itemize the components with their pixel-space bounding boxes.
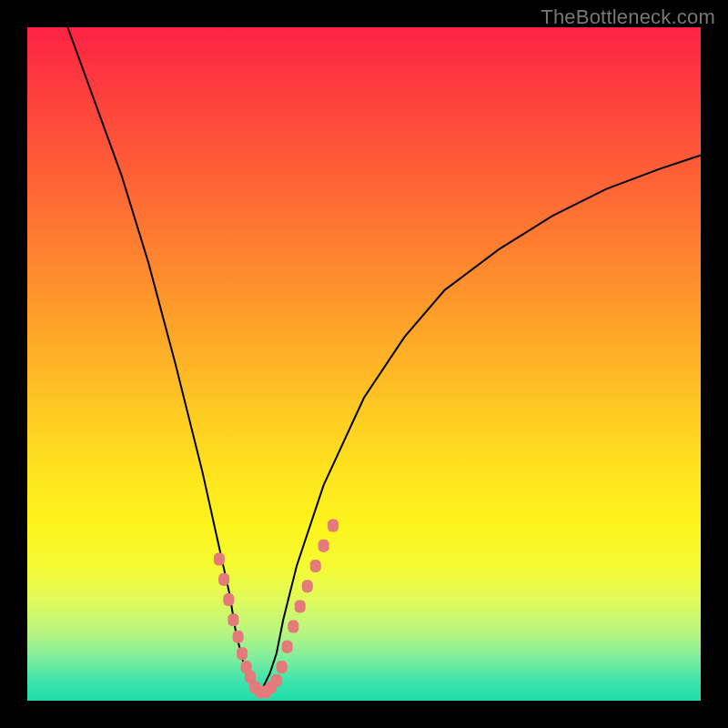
markers-left-arm	[215, 554, 255, 683]
marker-dot	[329, 521, 338, 531]
marker-dot	[238, 648, 247, 659]
marker-dot	[234, 632, 243, 642]
marker-dot	[288, 622, 298, 632]
marker-dot	[311, 561, 320, 571]
watermark-text: TheBottleneck.com	[541, 5, 715, 29]
chart-frame: TheBottleneck.com	[0, 0, 728, 728]
marker-dot	[303, 581, 312, 592]
bottleneck-curve-svg	[27, 27, 701, 701]
bottleneck-curve	[67, 27, 701, 694]
marker-dot	[296, 601, 305, 612]
marker-dot	[224, 594, 233, 605]
plot-area	[27, 27, 701, 701]
marker-dot	[219, 574, 228, 585]
marker-dot	[272, 675, 281, 686]
marker-dot	[283, 642, 292, 652]
marker-dot	[319, 541, 329, 551]
marker-dot	[228, 614, 238, 625]
marker-dot	[278, 662, 287, 672]
marker-dot	[215, 554, 224, 565]
markers-right-arm	[278, 521, 338, 672]
